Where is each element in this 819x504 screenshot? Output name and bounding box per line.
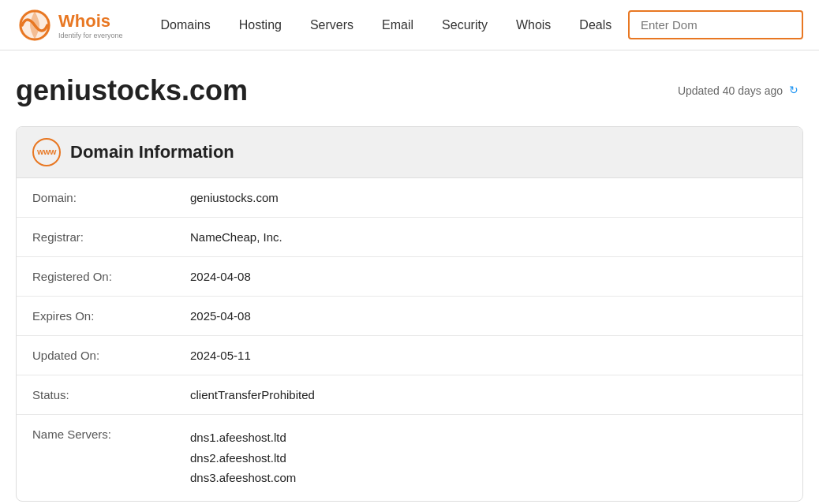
row-label: Name Servers: — [17, 415, 174, 501]
row-label: Status: — [17, 375, 174, 415]
row-value: NameCheap, Inc. — [174, 218, 802, 257]
nav-domains[interactable]: Domains — [147, 0, 225, 50]
row-value: clientTransferProhibited — [174, 375, 802, 415]
nav-servers[interactable]: Servers — [296, 0, 368, 50]
logo[interactable]: Whois Identify for everyone — [16, 6, 123, 44]
domain-search-input[interactable] — [628, 10, 803, 39]
nav-whois[interactable]: Whois — [502, 0, 565, 50]
updated-info: Updated 40 days ago ↻ — [678, 84, 803, 98]
card-header: WWW Domain Information — [17, 127, 802, 178]
row-label: Expires On: — [17, 297, 174, 336]
row-label: Registrar: — [17, 218, 174, 257]
row-label: Registered On: — [17, 257, 174, 297]
brand-tagline: Identify for everyone — [58, 32, 123, 39]
card-header-title: Domain Information — [70, 142, 234, 162]
www-icon: WWW — [32, 138, 61, 166]
table-row: Domain:geniustocks.com — [17, 178, 802, 218]
table-row: Expires On:2025-04-08 — [17, 297, 802, 336]
refresh-icon[interactable]: ↻ — [789, 84, 803, 98]
table-row: Updated On:2024-05-11 — [17, 336, 802, 375]
brand-name: Whois — [58, 11, 123, 32]
page-content: geniustocks.com Updated 40 days ago ↻ WW… — [0, 50, 819, 504]
logo-icon — [16, 6, 54, 44]
nav-hosting[interactable]: Hosting — [225, 0, 296, 50]
row-value: 2024-04-08 — [174, 257, 802, 297]
row-value: geniustocks.com — [174, 178, 802, 218]
name-server-entry: dns1.afeeshost.ltd — [190, 427, 787, 448]
nav-deals[interactable]: Deals — [565, 0, 626, 50]
navbar: Whois Identify for everyone Domains Host… — [0, 0, 819, 50]
name-server-entry: dns2.afeeshost.ltd — [190, 448, 787, 469]
row-value: 2024-05-11 — [174, 336, 802, 375]
nav-email[interactable]: Email — [368, 0, 428, 50]
info-table: Domain:geniustocks.comRegistrar:NameChea… — [17, 178, 802, 501]
row-label: Updated On: — [17, 336, 174, 375]
name-server-entry: dns3.afeeshost.com — [190, 468, 787, 488]
table-row: Name Servers:dns1.afeeshost.ltddns2.afee… — [17, 415, 802, 501]
domain-header: geniustocks.com Updated 40 days ago ↻ — [16, 74, 803, 107]
updated-text: Updated 40 days ago — [678, 84, 783, 97]
domain-title: geniustocks.com — [16, 74, 248, 107]
table-row: Status:clientTransferProhibited — [17, 375, 802, 415]
row-value: dns1.afeeshost.ltddns2.afeeshost.ltddns3… — [174, 415, 802, 501]
row-value: 2025-04-08 — [174, 297, 802, 336]
domain-info-card: WWW Domain Information Domain:geniustock… — [16, 126, 803, 502]
table-row: Registered On:2024-04-08 — [17, 257, 802, 297]
nav-security[interactable]: Security — [428, 0, 502, 50]
row-label: Domain: — [17, 178, 174, 218]
table-row: Registrar:NameCheap, Inc. — [17, 218, 802, 257]
nav-links: Domains Hosting Servers Email Security W… — [147, 0, 628, 50]
